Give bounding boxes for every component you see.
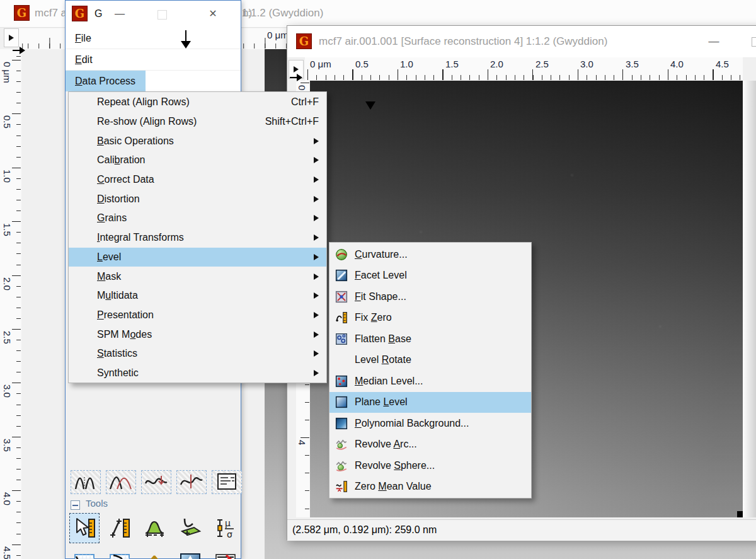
vruler-label: 3.5	[2, 439, 13, 452]
revolve-arc-icon	[335, 438, 348, 451]
toolbox-titlebar[interactable]: G G — ✕	[66, 1, 241, 28]
median-level-icon	[335, 375, 348, 388]
tool-profile[interactable]	[140, 513, 170, 543]
menu-item-statistics[interactable]: Statistics	[69, 344, 326, 364]
shortcut-label: Shift+Ctrl+F	[265, 116, 319, 127]
right-triangle-icon	[9, 35, 14, 41]
vruler-label: 0.5	[2, 115, 13, 129]
submenu-item-facet-level[interactable]: Facet Level	[329, 265, 531, 287]
maximize-button[interactable]	[158, 10, 167, 20]
submenu-item-level-rotate[interactable]: Level Rotate	[329, 350, 531, 371]
vruler-label: 2.0	[2, 277, 13, 291]
menu-edit[interactable]: Edit	[66, 49, 241, 71]
maximize-button[interactable]	[752, 37, 756, 47]
hruler-label: 2.0	[490, 59, 503, 69]
graph-cut-button[interactable]	[176, 470, 207, 494]
submenu-arrow-icon	[314, 274, 319, 280]
menu-item-integral-transforms[interactable]: Integral Transforms	[69, 228, 326, 248]
submenu-arrow-icon	[314, 331, 319, 338]
submenu-item-revolve-arc[interactable]: Revolve Arc...	[329, 434, 531, 456]
tool-statistical-quantities[interactable]: μσ	[210, 513, 241, 543]
data-process-menu: Repeat (Align Rows) Ctrl+F Re-show (Alig…	[68, 91, 327, 383]
zero-mean-value-icon	[335, 480, 348, 493]
submenu-item-revolve-sphere[interactable]: Revolve Sphere...	[329, 455, 531, 476]
vruler-label: 4.5	[2, 546, 13, 559]
image-window-right-edge	[743, 81, 756, 517]
tool-level-three-points[interactable]	[175, 513, 205, 543]
vruler-label: 0 μm	[2, 62, 13, 83]
submenu-item-fix-zero[interactable]: Fix Zero	[329, 308, 531, 329]
submenu-item-fit-shape[interactable]: Fit Shape...	[329, 286, 531, 308]
vruler-label: 1.5	[2, 223, 13, 236]
toolbox-menubar: File Edit Data Process	[66, 28, 241, 92]
menu-item-grains[interactable]: Grains	[69, 209, 326, 228]
submenu-item-zero-mean-value[interactable]: Zero Mean Value	[329, 476, 531, 498]
image-horizontal-ruler: 0 μm 0.5 1.0 1.5 2.0 2.5 3.0 3.5 4.0 4.5	[305, 57, 743, 81]
tool-roughness[interactable]	[140, 548, 170, 559]
hruler-label: 3.5	[626, 59, 639, 69]
submenu-arrow-icon	[314, 292, 319, 299]
menu-item-level[interactable]: Level	[69, 248, 326, 267]
fix-zero-icon	[335, 311, 348, 324]
close-button[interactable]: ✕	[203, 1, 222, 27]
menu-file[interactable]: File	[66, 28, 241, 49]
cursor-coordinates-readout: (2.582 μm, 0.192 μm): 259.0 nm	[292, 520, 437, 540]
submenu-arrow-icon	[314, 138, 319, 144]
submenu-item-curvature[interactable]: Curvature...	[329, 244, 531, 265]
graph-export-button[interactable]	[141, 470, 171, 494]
status-bar: (2.582 μm, 0.192 μm): 259.0 nm	[287, 519, 756, 541]
hruler-label: 4.0	[670, 59, 684, 69]
menu-item-reshow-align-rows[interactable]: Re-show (Align Rows) Shift+Ctrl+F	[69, 112, 326, 132]
menu-item-synthetic[interactable]: Synthetic	[69, 364, 326, 383]
menu-item-mask[interactable]: Mask	[69, 267, 326, 286]
background-window-title-tail: n)	[243, 0, 252, 26]
graph-statistics-button[interactable]	[212, 470, 242, 494]
submenu-item-polynomial-background[interactable]: Polynomial Background...	[329, 413, 531, 434]
desktop: { "background_window": { "title": "mcf7 …	[0, 0, 756, 559]
tool-graph-cut[interactable]	[69, 548, 100, 559]
minimize-button[interactable]: —	[703, 26, 724, 57]
submenu-item-plane-level[interactable]: Plane Level	[329, 392, 531, 413]
gwyddion-app-icon: G	[14, 5, 30, 21]
submenu-item-median-level[interactable]: Median Level...	[329, 371, 531, 392]
image-window-titlebar[interactable]: G mcf7 air.001.001 [Surface reconstructi…	[287, 26, 756, 58]
menu-item-presentation[interactable]: Presentation	[69, 306, 326, 325]
polynomial-background-icon	[335, 417, 348, 430]
graph-fit-button[interactable]	[71, 470, 101, 494]
menu-item-basic-operations[interactable]: Basic Operations	[69, 131, 326, 151]
hruler-label: 1.0	[400, 59, 413, 69]
right-triangle-icon	[294, 66, 299, 72]
submenu-arrow-icon	[314, 215, 319, 221]
tool-facet-analysis[interactable]	[175, 548, 205, 559]
menu-item-multidata[interactable]: Multidata	[69, 286, 326, 306]
background-ruler-corner-button[interactable]	[4, 28, 19, 47]
gwyddion-app-icon: G	[296, 33, 312, 49]
tool-distance[interactable]	[105, 513, 135, 543]
tool-graph-curve[interactable]	[105, 548, 135, 559]
submenu-arrow-icon	[314, 234, 319, 241]
background-vertical-ruler: 0 μm 0.5 1.0 1.5 2.0 2.5 3.0 3.5 4.0 4.5	[0, 49, 21, 559]
minimize-button[interactable]: —	[110, 1, 129, 27]
vruler-label: 4	[297, 440, 307, 445]
menu-item-repeat-align-rows[interactable]: Repeat (Align Rows) Ctrl+F	[69, 93, 326, 112]
graph-curves-button[interactable]	[106, 470, 136, 494]
svg-text:μ: μ	[225, 518, 231, 528]
shortcut-label: Ctrl+F	[291, 96, 319, 108]
hruler-label: 1.5	[445, 59, 459, 69]
background-hruler-origin-label: 0 μm	[267, 30, 289, 40]
menu-item-distortion[interactable]: Distortion	[69, 189, 326, 209]
menu-item-correct-data[interactable]: Correct Data	[69, 170, 326, 190]
hruler-label: 3.0	[580, 59, 593, 69]
tool-line-correction[interactable]	[210, 548, 241, 559]
submenu-item-flatten-base[interactable]: Flatten Base	[329, 328, 531, 350]
hruler-position-marker-icon	[365, 101, 375, 110]
vruler-label: 4.0	[2, 492, 13, 505]
vruler-label: 2.5	[2, 331, 13, 344]
menu-item-calibration[interactable]: Calibration	[69, 151, 326, 170]
menu-data-process[interactable]: Data Process	[66, 71, 241, 92]
submenu-arrow-icon	[314, 370, 319, 376]
menu-item-spm-modes[interactable]: SPM Modes	[69, 325, 326, 344]
tools-section-expander[interactable]	[71, 500, 80, 510]
tool-read-value[interactable]	[69, 513, 100, 543]
hruler-label: 2.5	[536, 59, 549, 69]
